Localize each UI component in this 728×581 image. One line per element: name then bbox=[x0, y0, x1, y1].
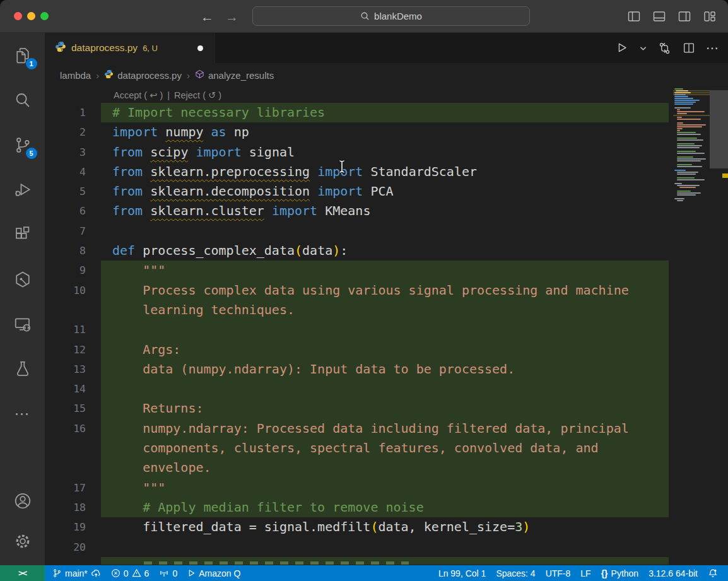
minimap-row bbox=[673, 111, 710, 112]
forward-button[interactable]: → bbox=[225, 10, 238, 23]
minimap-row bbox=[673, 187, 710, 188]
python-file-icon bbox=[104, 69, 114, 81]
minimap-row bbox=[673, 115, 710, 116]
code-line[interactable]: 18# Apply median filter to remove noise bbox=[45, 498, 728, 517]
language-mode-item[interactable]: {} Python bbox=[596, 565, 644, 581]
minimap-row bbox=[673, 113, 710, 114]
code-line[interactable]: 4from sklearn.preprocessing import Stand… bbox=[45, 162, 728, 182]
encoding-item[interactable]: UTF-8 bbox=[541, 565, 576, 581]
tab-dataprocess[interactable]: dataprocess.py 6, U bbox=[45, 33, 215, 63]
minimap-row bbox=[673, 107, 710, 109]
split-editor-button[interactable] bbox=[682, 41, 696, 55]
minimap-row bbox=[673, 134, 710, 135]
sidebar-item-extensions[interactable] bbox=[8, 220, 38, 250]
toggle-primary-sidebar-button[interactable] bbox=[626, 8, 642, 25]
minimap-row bbox=[673, 194, 710, 196]
sidebar-item-search[interactable] bbox=[8, 85, 38, 115]
search-icon bbox=[360, 11, 370, 21]
sidebar-item-explorer[interactable]: 1 bbox=[8, 40, 38, 71]
python-interpreter-item[interactable]: 3.12.6 64-bit bbox=[643, 565, 703, 581]
ports-item[interactable]: 0 bbox=[154, 565, 182, 581]
eol-item[interactable]: LF bbox=[575, 565, 596, 581]
line-number: 5 bbox=[45, 182, 101, 201]
search-text: blankDemo bbox=[374, 11, 422, 21]
minimap-row bbox=[673, 191, 710, 192]
code-line[interactable]: 3from scipy import signal bbox=[45, 143, 728, 162]
code-line[interactable]: 5from sklearn.decomposition import PCA bbox=[45, 182, 728, 201]
code-line[interactable]: 8def process_complex_data(data): bbox=[45, 241, 728, 261]
vscode-window: ← → blankDemo bbox=[0, 0, 728, 581]
remote-indicator[interactable]: >< bbox=[0, 565, 45, 581]
minimap-row bbox=[673, 126, 710, 127]
code-line[interactable]: 2import numpy as np bbox=[45, 122, 728, 142]
more-views-button[interactable]: ⋯ bbox=[8, 399, 38, 429]
run-python-button[interactable] bbox=[615, 41, 629, 55]
breadcrumb-folder[interactable]: lambda bbox=[60, 70, 91, 81]
minimap-row bbox=[673, 156, 710, 158]
breadcrumb-file[interactable]: dataprocess.py bbox=[104, 69, 182, 81]
cursor-position-item[interactable]: Ln 99, Col 1 bbox=[433, 565, 491, 581]
close-window-button[interactable] bbox=[14, 12, 22, 20]
code-line[interactable]: 20 bbox=[45, 537, 728, 557]
customize-layout-button[interactable] bbox=[702, 8, 718, 25]
reject-link[interactable]: Reject ( ↺ ) bbox=[174, 90, 221, 100]
language-label: Python bbox=[611, 568, 639, 578]
code-line[interactable]: 14 bbox=[45, 379, 728, 399]
code-line[interactable]: 9""" bbox=[45, 261, 728, 280]
minimap-row bbox=[673, 143, 710, 144]
accounts-button[interactable] bbox=[8, 486, 38, 516]
sidebar-item-run-debug[interactable] bbox=[8, 175, 38, 205]
breadcrumb-symbol[interactable]: analyze_results bbox=[195, 69, 274, 81]
sidebar-item-remote-explorer[interactable] bbox=[8, 309, 38, 339]
status-bar: >< main* 0 6 bbox=[0, 565, 728, 581]
editor-scrollbar[interactable] bbox=[710, 87, 728, 565]
minimap-row bbox=[673, 185, 710, 186]
line-number: 9 bbox=[45, 261, 101, 280]
code-line[interactable]: 1# Import necessary libraries bbox=[45, 103, 728, 122]
scrollbar-thumb[interactable] bbox=[710, 90, 728, 168]
minimap-row bbox=[673, 90, 710, 91]
more-actions-button[interactable]: ⋯ bbox=[706, 40, 719, 56]
settings-gear-button[interactable] bbox=[8, 526, 38, 556]
code-editor[interactable]: Accept ( ↩ ) | Reject ( ↺ ) 1# Import ne… bbox=[45, 87, 728, 565]
breadcrumb-separator: › bbox=[187, 70, 190, 81]
indentation-item[interactable]: Spaces: 4 bbox=[491, 565, 540, 581]
code-line[interactable]: 10Process complex data using various sig… bbox=[45, 281, 728, 320]
back-button[interactable]: ← bbox=[201, 10, 214, 23]
problems-item[interactable]: 0 6 bbox=[106, 565, 155, 581]
run-dropdown-chevron-icon[interactable] bbox=[639, 44, 647, 52]
code-line[interactable]: 12Args: bbox=[45, 340, 728, 360]
amazon-q-item[interactable]: Amazon Q bbox=[182, 565, 245, 581]
code-line[interactable]: 15Returns: bbox=[45, 399, 728, 418]
line-number: 11 bbox=[45, 320, 101, 339]
toggle-secondary-sidebar-button[interactable] bbox=[676, 8, 693, 25]
code-line[interactable]: 7 bbox=[45, 221, 728, 241]
minimap[interactable] bbox=[673, 88, 710, 202]
sidebar-item-testing[interactable] bbox=[8, 354, 38, 384]
toolbar-separator: | bbox=[167, 90, 170, 100]
notifications-item[interactable] bbox=[703, 565, 723, 581]
minimap-row bbox=[673, 177, 710, 179]
open-changes-button[interactable] bbox=[657, 41, 672, 56]
code-line[interactable]: 11 bbox=[45, 320, 728, 339]
minimap-row bbox=[673, 168, 710, 169]
sidebar-item-source-control[interactable]: 5 bbox=[8, 130, 38, 160]
code-line[interactable]: 19filtered_data = signal.medfilt(data, k… bbox=[45, 517, 728, 537]
minimap-row bbox=[673, 149, 710, 150]
accept-link[interactable]: Accept ( ↩ ) bbox=[114, 90, 163, 100]
git-branch-item[interactable]: main* bbox=[47, 565, 106, 581]
code-line[interactable]: 6from sklearn.cluster import KMeans bbox=[45, 201, 728, 221]
minimap-row bbox=[673, 160, 710, 161]
command-center-search[interactable]: blankDemo bbox=[252, 6, 530, 26]
unsaved-dot-icon[interactable] bbox=[197, 45, 203, 51]
code-line[interactable]: 16numpy.ndarray: Processed data includin… bbox=[45, 419, 728, 478]
code-line[interactable]: 17""" bbox=[45, 478, 728, 498]
minimap-row bbox=[673, 98, 710, 99]
line-number: 20 bbox=[45, 537, 101, 557]
toggle-panel-button[interactable] bbox=[651, 8, 667, 25]
inline-chat-toolbar: Accept ( ↩ ) | Reject ( ↺ ) bbox=[45, 87, 728, 103]
code-line[interactable]: 13data (numpy.ndarray): Input data to be… bbox=[45, 360, 728, 379]
sidebar-item-hexagon-extension[interactable] bbox=[8, 264, 38, 295]
minimize-window-button[interactable] bbox=[27, 12, 35, 20]
maximize-window-button[interactable] bbox=[40, 12, 49, 20]
